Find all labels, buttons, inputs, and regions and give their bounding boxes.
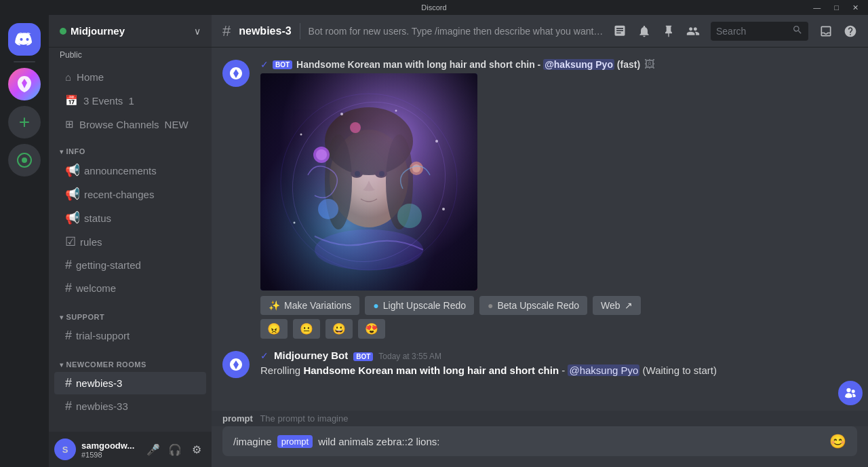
prompt-description: The prompt to imagine xyxy=(260,413,348,424)
help-icon[interactable] xyxy=(844,24,857,38)
channel-label-trial-support: trial-support xyxy=(76,330,201,341)
messages-area: ✓ BOT Handsome Korean man with long hair… xyxy=(212,48,868,411)
reaction-neutral[interactable]: 😐 xyxy=(293,319,320,339)
notification-bell-icon[interactable] xyxy=(637,24,651,38)
checkbox-icon: ☑ xyxy=(65,234,76,249)
message-header-2: ✓ Midjourney Bot BOT Today at 3:55 AM xyxy=(260,350,857,361)
channel-category-newcomer-rooms[interactable]: ▾ NEWCOMER ROOMS xyxy=(49,350,212,371)
channel-category-info[interactable]: ▾ INFO xyxy=(49,136,212,158)
channel-label-recent-changes: recent-changes xyxy=(84,189,201,200)
minimize-button[interactable]: — xyxy=(809,2,825,13)
svg-rect-2 xyxy=(260,73,477,291)
home-icon: ⌂ xyxy=(65,71,71,83)
bot-avatar-1 xyxy=(222,60,250,87)
channel-category-support[interactable]: ▾ SUPPORT xyxy=(49,302,212,324)
events-icon: 📅 xyxy=(65,94,78,107)
channel-label-status: status xyxy=(84,212,201,224)
hash-icon-1: # xyxy=(65,258,72,272)
beta-upscale-label: Beta Upscale Redo xyxy=(497,300,579,311)
user-controls: 🎤 🎧 ⚙ xyxy=(144,440,206,459)
svg-rect-3 xyxy=(260,73,477,291)
close-button[interactable]: ✕ xyxy=(848,2,863,14)
svg-point-10 xyxy=(386,134,413,229)
channel-label-newbies-3: newbies-3 xyxy=(76,377,177,389)
category-label-newcomer-rooms: NEWCOMER ROOMS xyxy=(66,360,146,369)
scroll-to-bottom-button[interactable] xyxy=(838,381,863,405)
channel-item-newbies-33[interactable]: # newbies-33 xyxy=(54,395,206,417)
svg-point-5 xyxy=(281,94,457,270)
server-icon-discord-home[interactable] xyxy=(8,23,41,56)
svg-point-22 xyxy=(340,113,343,115)
main-content: # newbies-3 Bot room for new users. Type… xyxy=(212,15,868,467)
server-icon-explore[interactable] xyxy=(8,144,41,176)
svg-point-9 xyxy=(325,134,352,229)
web-button[interactable]: Web ↗ xyxy=(593,296,641,315)
browse-new-badge: NEW xyxy=(165,119,189,130)
reaction-heart-eyes[interactable]: 😍 xyxy=(358,319,385,339)
pin-icon[interactable] xyxy=(662,24,675,38)
server-sidebar: + xyxy=(0,15,49,467)
prompt-tip-bar: prompt The prompt to imagine xyxy=(212,411,868,426)
message-content-2: ✓ Midjourney Bot BOT Today at 3:55 AM Re… xyxy=(260,350,857,378)
light-upscale-redo-button[interactable]: ● Light Upscale Redo xyxy=(365,296,474,315)
mic-toggle-button[interactable]: 🎤 xyxy=(144,440,163,459)
channel-section-support: ▾ SUPPORT # trial-support xyxy=(49,302,212,347)
online-indicator xyxy=(60,28,66,35)
server-name-label: Midjourney xyxy=(71,25,125,37)
ai-generated-image[interactable] xyxy=(260,73,477,291)
reaction-buttons: 😠 😐 😀 😍 xyxy=(260,319,857,339)
server-header[interactable]: Midjourney ∨ xyxy=(49,15,212,48)
chat-input-field[interactable] xyxy=(318,436,829,447)
channel-item-newbies-3[interactable]: # newbies-3 👤+ xyxy=(54,372,206,394)
channel-item-announcements[interactable]: 📢 announcements xyxy=(54,159,206,182)
svg-rect-4 xyxy=(260,73,477,291)
top-info-text: Handsome Korean man with long hair and s… xyxy=(296,59,640,70)
channel-list: ⌂ Home 📅 3 Events 1 ⊞ Browse Channels NE… xyxy=(49,60,212,432)
svg-point-23 xyxy=(395,110,397,112)
channel-header: # newbies-3 Bot room for new users. Type… xyxy=(212,15,868,48)
make-variations-button[interactable]: ✨ Make Variations xyxy=(260,296,359,315)
user-settings-button[interactable]: ⚙ xyxy=(187,440,206,459)
reaction-angry[interactable]: 😠 xyxy=(260,319,288,339)
image-icon: 🖼 xyxy=(644,58,655,71)
hash-icon-4: # xyxy=(65,376,72,390)
nav-item-home[interactable]: ⌂ Home xyxy=(54,66,206,88)
channel-topic: Bot room for new users. Type /imagine th… xyxy=(309,26,605,37)
svg-point-20 xyxy=(397,204,422,228)
message-timestamp-2: Today at 3:55 AM xyxy=(378,352,441,361)
channel-item-status[interactable]: 📢 status xyxy=(54,206,206,229)
message-content-1: ✓ BOT Handsome Korean man with long hair… xyxy=(260,58,857,339)
channel-item-rules[interactable]: ☑ rules xyxy=(54,230,206,253)
inbox-icon[interactable] xyxy=(819,24,833,38)
members-icon[interactable] xyxy=(686,24,700,38)
reaction-grin[interactable]: 😀 xyxy=(326,319,353,339)
server-dropdown-arrow: ∨ xyxy=(194,26,201,37)
svg-point-12 xyxy=(375,170,387,178)
channel-item-getting-started[interactable]: # getting-started xyxy=(54,254,206,276)
command-prefix: /imagine xyxy=(233,436,272,447)
threads-icon[interactable] xyxy=(613,24,627,38)
chat-input-wrapper: /imagine prompt 😊 xyxy=(212,426,868,467)
channel-item-recent-changes[interactable]: 📢 recent-changes xyxy=(54,183,206,206)
beta-upscale-redo-button[interactable]: ● Beta Upscale Redo xyxy=(479,296,587,315)
nav-item-browse-channels[interactable]: ⊞ Browse Channels NEW xyxy=(54,113,206,136)
server-icon-add-server[interactable]: + xyxy=(8,106,41,138)
svg-point-17 xyxy=(410,162,423,175)
channel-label-getting-started: getting-started xyxy=(76,259,201,271)
svg-point-18 xyxy=(412,164,420,172)
emoji-picker-button[interactable]: 😊 xyxy=(829,433,846,449)
verified-icon-2: ✓ xyxy=(260,350,269,361)
svg-point-26 xyxy=(442,208,445,210)
channel-item-welcome[interactable]: # welcome xyxy=(54,277,206,299)
app-title: Discord xyxy=(421,3,446,12)
events-badge: 1 xyxy=(128,95,134,107)
server-icon-midjourney[interactable] xyxy=(8,68,41,100)
verified-icon-1: ✓ xyxy=(260,59,269,70)
nav-item-events[interactable]: 📅 3 Events 1 xyxy=(54,89,206,112)
channel-item-trial-support[interactable]: # trial-support xyxy=(54,324,206,347)
make-variations-label: Make Variations xyxy=(284,300,351,311)
maximize-button[interactable]: □ xyxy=(830,2,843,13)
headphone-toggle-button[interactable]: 🎧 xyxy=(165,440,184,459)
search-bar[interactable]: Search xyxy=(711,22,808,41)
hash-icon-5: # xyxy=(65,399,72,413)
